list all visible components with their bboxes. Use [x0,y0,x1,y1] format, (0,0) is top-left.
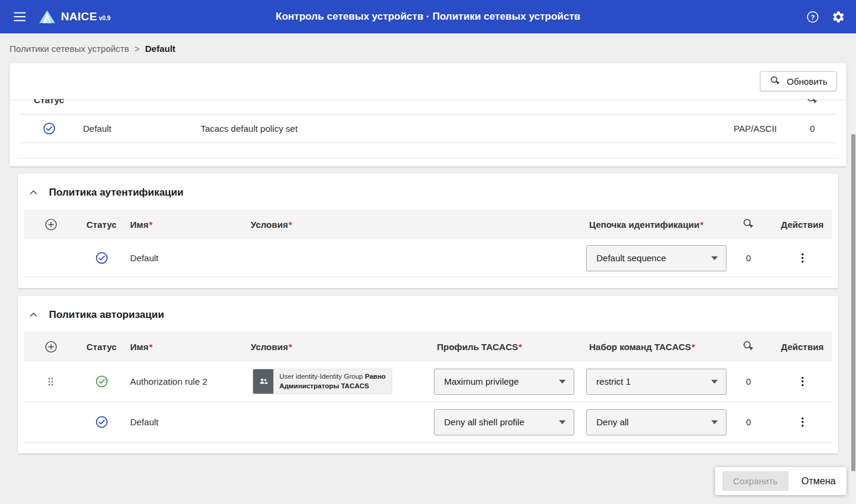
hits-refresh-icon [769,75,781,87]
tacacs-command-set-select[interactable]: restrict 1 [586,369,726,395]
breadcrumb: Политики сетевых устройств > Default [0,33,856,63]
chevron-up-icon [27,187,39,199]
vertical-scrollbar[interactable] [851,63,856,504]
cancel-button[interactable]: Отмена [798,472,839,490]
authorization-rule-row: Default Deny all shell profile Deny all … [24,402,832,443]
scrollbar-thumb[interactable] [851,134,855,471]
hits-column-icon [725,218,772,231]
condition-chip[interactable]: User identity·Identity Group Равно Админ… [253,369,392,394]
settings-button[interactable] [830,9,846,25]
tacacs-command-set-select[interactable]: Deny all [586,409,726,435]
authorization-rule-row: Authorization rule 2 User identity·Ident… [24,361,832,402]
chevron-down-icon [559,379,566,384]
help-icon [806,10,820,24]
policy-set-card: Обновить Статус Default Tacacs default p… [10,63,846,166]
authentication-rule-actions-button[interactable] [795,251,810,265]
save-button[interactable]: Сохранить [722,471,789,491]
app-name: NAICE [61,10,97,23]
auth-col-status: Статус [78,219,125,230]
policy-set-toolbar: Обновить [10,63,846,99]
authz-col-conditions: Условия* [245,342,420,352]
auth-col-conditions: Условия* [245,219,572,230]
footer-action-bar: Сохранить Отмена [715,467,846,495]
condition-value: Администраторы TACACS [279,382,386,391]
policy-set-name: Default [78,123,201,134]
chevron-down-icon [559,420,566,425]
authorization-rule-name: Authorization rule 2 [125,376,245,386]
authentication-policy-card: Политика аутентификации Статус Имя* Усло… [18,174,838,288]
policy-set-status-column-header: Статус [20,99,78,105]
auth-col-actions: Действия [772,219,832,230]
authorization-rule-name: Default [125,417,245,427]
plus-circle-icon [44,340,58,354]
condition-attribute: User identity·Identity Group [279,373,363,380]
hamburger-menu-button[interactable] [10,7,30,27]
breadcrumb-separator: > [134,44,140,54]
tacacs-profile-select[interactable]: Maximum privilege [434,369,574,395]
auth-col-name: Имя* [125,219,245,230]
refresh-button[interactable]: Обновить [760,71,837,91]
breadcrumb-current: Default [145,44,175,54]
policy-set-row[interactable]: Default Tacacs default policy set PAP/AS… [20,115,836,143]
breadcrumb-parent-link[interactable]: Политики сетевых устройств [10,44,129,54]
kebab-menu-icon [796,252,809,264]
policy-set-hits: 0 [789,123,836,134]
app-version: v0.9 [99,15,110,21]
authz-col-profile: Профиль TACACS* [420,342,572,352]
policy-set-table-spacer [20,143,836,159]
policy-set-table-header-clipped: Статус [20,99,836,115]
plus-circle-icon [44,218,58,231]
authentication-rule-row: Default Default sequence 0 [24,239,832,277]
policy-set-status-icon[interactable] [20,122,78,135]
authorization-rule-actions-button[interactable] [795,374,810,389]
identity-chain-select[interactable]: Default sequence [586,245,726,271]
authorization-rule-status-icon[interactable] [78,415,125,429]
identity-group-icon [253,369,273,394]
authentication-rule-name: Default [125,253,245,263]
authorization-section-title: Политика авторизации [49,309,164,321]
chevron-up-icon [27,309,39,321]
condition-operator: Равно [365,373,386,380]
authorization-policy-card: Политика авторизации Статус Имя* Условия… [18,296,838,453]
app-logo: NAICE v0.9 [38,9,110,24]
authorization-rule-status-icon[interactable] [78,375,125,388]
authorization-add-rule-button[interactable] [43,339,59,355]
check-circle-icon [42,122,56,135]
check-circle-icon [95,375,109,388]
authentication-rule-hits: 0 [725,253,772,263]
chevron-down-icon [711,256,718,261]
hits-column-icon [725,340,772,353]
authentication-rule-status-icon[interactable] [78,251,125,265]
authorization-rule-actions-button[interactable] [795,415,810,429]
authentication-add-rule-button[interactable] [43,217,59,233]
authorization-table-header: Статус Имя* Условия* Профиль TACACS* Наб… [24,332,832,361]
authz-col-command-set: Набор команд TACACS* [572,342,725,352]
policy-set-description: Tacacs default policy set [201,123,716,134]
page-title: Контроль сетевых устройств · Политики се… [276,11,580,23]
check-circle-icon [95,251,109,265]
chevron-down-icon [711,379,718,384]
chevron-down-icon [711,420,718,425]
check-circle-icon [95,415,109,429]
policy-set-protocols: PAP/ASCII [716,123,789,134]
authentication-collapse-button[interactable] [26,185,41,200]
kebab-menu-icon [796,375,809,388]
authorization-collapse-button[interactable] [26,308,41,322]
authz-col-status: Статус [78,342,125,352]
help-button[interactable] [805,9,821,25]
logo-icon [38,9,56,24]
policy-set-table: Статус Default Tacacs default policy set… [20,99,836,166]
gear-icon [832,10,845,24]
top-bar: NAICE v0.9 Контроль сетевых устройств · … [0,0,856,33]
authentication-table-header: Статус Имя* Условия* Цепочка идентификац… [24,209,832,239]
hits-column-icon [789,99,836,106]
auth-col-identity-chain: Цепочка идентификации* [572,219,725,230]
tacacs-profile-select[interactable]: Deny all shell profile [434,409,574,435]
authentication-section-title: Политика аутентификации [49,187,183,199]
drag-dots-icon [45,375,57,388]
authorization-rule-hits: 0 [725,417,772,427]
authz-col-actions: Действия [772,342,832,352]
authentication-table: Статус Имя* Условия* Цепочка идентификац… [24,209,832,277]
authorization-table: Статус Имя* Условия* Профиль TACACS* Наб… [24,332,832,443]
drag-handle[interactable] [44,374,58,389]
